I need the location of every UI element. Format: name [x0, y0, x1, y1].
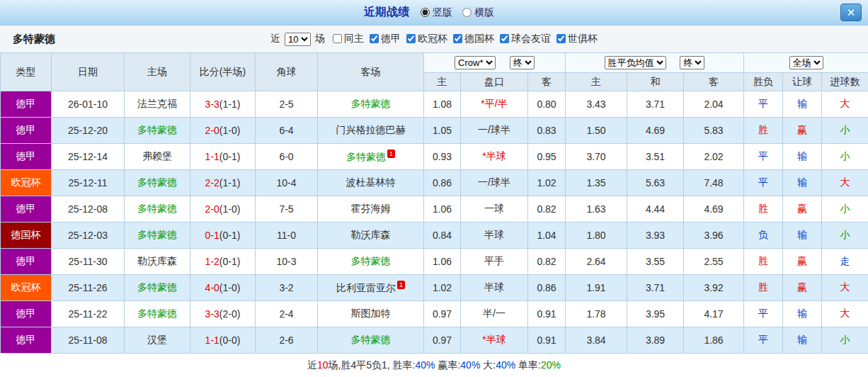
wdl-odds-home-cell: 1.91: [566, 275, 627, 301]
wdl-odds-away-cell: 2.04: [684, 91, 744, 118]
home-team-cell: 汉堡: [125, 327, 190, 354]
goals-cell: 大: [822, 275, 868, 301]
checkbox-input-5[interactable]: [556, 34, 566, 43]
fulltime-score: 2-0: [205, 203, 219, 215]
wdl-odds-away-cell: 3.96: [684, 223, 744, 249]
odds2-period-select[interactable]: 终: [680, 56, 704, 69]
filter-checkbox-0[interactable]: 同主: [333, 33, 364, 45]
team-name: 多特蒙德: [137, 124, 177, 135]
fulltime-score: 1-2: [205, 256, 219, 267]
corner-cell: 2-5: [256, 91, 318, 118]
match-row: 德甲25-11-22多特蒙德3-3(2-0)2-4斯图加特0.97半/一0.91…: [1, 301, 868, 327]
checkbox-input-1[interactable]: [370, 34, 379, 43]
checkbox-input-0[interactable]: [333, 34, 342, 43]
away-team-cell: 多特蒙德: [318, 327, 424, 354]
handicap-cell: 一球: [461, 196, 528, 223]
competition-checkbox-group: 同主德甲欧冠杯德国杯球会友谊世俱杯: [327, 33, 598, 46]
horizontal-radio-input[interactable]: [462, 8, 472, 17]
score-cell: 3-3(1-1): [190, 91, 256, 118]
checkbox-label: 球会友谊: [511, 33, 551, 45]
match-row: 欧冠杯25-11-26多特蒙德4-0(1-0)3-2比利亚雷亚尔11.02半球0…: [1, 275, 868, 301]
away-team-cell: 多特蒙德: [318, 249, 424, 275]
header-corner: 角球: [256, 53, 318, 91]
wdl-odds-draw-cell: 3.95: [627, 301, 684, 327]
wdl-odds-away-cell: 4.69: [684, 196, 744, 223]
checkbox-input-2[interactable]: [406, 34, 416, 43]
wdl-odds-home-cell: 1.35: [566, 170, 627, 196]
result-cell: 胜: [744, 196, 783, 223]
full-match-select[interactable]: 全场: [789, 56, 823, 69]
team-name: 弗赖堡: [142, 150, 172, 162]
checkbox-input-3[interactable]: [453, 34, 462, 43]
results-table: 类型 日期 主场 比分(半场) 角球 客场 Crow* 终 胜平负均值: [0, 52, 868, 354]
league-type-cell: 德甲: [1, 118, 52, 144]
fulltime-score: 3-3: [205, 99, 219, 110]
asian-odds-away-cell: 1.02: [528, 170, 566, 196]
handicap-cell: *半球: [461, 327, 528, 354]
wdl-odds-draw-cell: 4.69: [627, 118, 684, 144]
summary-footer: 近10场,胜4平5负1, 胜率:40% 赢率:40% 大:40% 单率:20%: [0, 354, 868, 377]
handicap-result-cell: 输: [783, 223, 822, 249]
league-type-cell: 德甲: [1, 196, 52, 223]
horizontal-radio-label: 横版: [474, 6, 494, 19]
team-name: 波杜基林特: [346, 176, 396, 188]
fulltime-score: 2-2: [205, 177, 219, 188]
checkbox-input-4[interactable]: [500, 34, 509, 43]
match-row: 德甲25-11-30勒沃库森1-2(0-1)10-3多特蒙德1.06平手0.82…: [1, 249, 868, 275]
result-cell: 平: [744, 91, 783, 118]
filter-checkbox-3[interactable]: 德国杯: [453, 33, 494, 45]
wdl-odds-header-group: 胜平负均值 终: [566, 53, 744, 73]
score-cell: 1-1(0-1): [190, 144, 256, 170]
handicap-result-cell: 赢: [783, 118, 822, 144]
titlebar: 近期战绩 竖版 横版 ✕: [0, 0, 868, 26]
match-count-select[interactable]: 10: [285, 33, 311, 46]
result-cell: 胜: [744, 249, 783, 275]
filter-checkbox-5[interactable]: 世俱杯: [556, 33, 598, 45]
wdl-odds-away-cell: 2.02: [684, 144, 744, 170]
score-cell: 4-0(1-0): [190, 275, 256, 301]
odds1-period-select[interactable]: 终: [510, 56, 535, 69]
league-type-cell: 德甲: [1, 301, 52, 327]
close-button[interactable]: ✕: [840, 4, 862, 21]
asian-odds-home-cell: 1.02: [424, 275, 461, 301]
score-cell: 0-1(0-1): [190, 223, 256, 249]
team-name: 汉堡: [147, 334, 167, 345]
vertical-radio-label: 竖版: [433, 6, 452, 19]
corner-cell: 2-4: [256, 301, 318, 327]
filter-checkbox-4[interactable]: 球会友谊: [500, 33, 551, 45]
goals-cell: 小: [822, 223, 868, 249]
wdl-odds-home-cell: 3.70: [566, 144, 627, 170]
halftime-score: (1-0): [219, 125, 241, 136]
summary-segment: 40%: [496, 359, 515, 371]
vertical-radio-input[interactable]: [421, 8, 430, 17]
handicap-cell: 半/一: [461, 301, 528, 327]
subheader-col-4: 和: [627, 73, 684, 91]
asian-odds-header-group: Crow* 终: [424, 53, 566, 73]
goals-cell: 小: [822, 118, 868, 144]
wdl-average-select[interactable]: 胜平负均值: [605, 56, 666, 69]
home-team-cell: 弗赖堡: [125, 144, 190, 170]
fulltime-score: 3-3: [205, 308, 219, 320]
checkbox-label: 德国杯: [464, 33, 494, 45]
match-row: 德甲25-12-20多特蒙德2-0(1-0)6-4门兴格拉德巴赫1.05一/球半…: [1, 118, 868, 144]
handicap-result-cell: 输: [783, 327, 822, 354]
away-team-cell: 比利亚雷亚尔1: [318, 275, 424, 301]
subheader-col-7: 让球: [783, 73, 822, 91]
team-name: 勒沃库森: [137, 255, 177, 266]
wdl-odds-away-cell: 4.17: [684, 301, 744, 327]
league-type-cell: 德甲: [1, 91, 52, 118]
wdl-odds-draw-cell: 3.71: [627, 275, 684, 301]
layout-vertical-option[interactable]: 竖版: [421, 6, 452, 19]
halftime-score: (0-1): [219, 151, 241, 162]
date-cell: 25-11-30: [52, 249, 125, 275]
date-cell: 25-12-14: [52, 144, 125, 170]
team-name: 斯图加特: [351, 308, 391, 319]
odds-company-select[interactable]: Crow*: [455, 56, 496, 69]
summary-segment: 40%: [460, 359, 480, 371]
layout-horizontal-option[interactable]: 横版: [462, 6, 494, 19]
asian-odds-away-cell: 0.91: [528, 301, 566, 327]
filter-checkbox-1[interactable]: 德甲: [370, 33, 401, 45]
filter-checkbox-2[interactable]: 欧冠杯: [406, 33, 447, 45]
subheader-col-1: 盘口: [461, 73, 528, 91]
away-team-cell: 门兴格拉德巴赫: [318, 118, 424, 144]
